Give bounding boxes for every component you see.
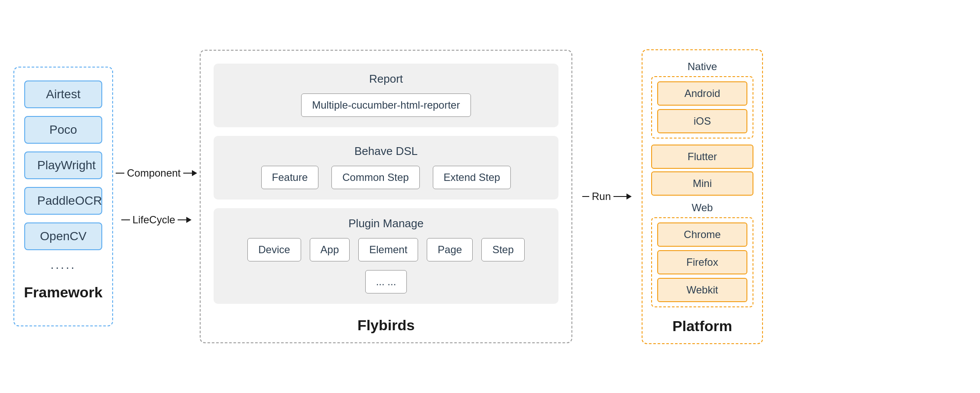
report-title: Report <box>224 72 548 86</box>
plugin-step: Step <box>481 238 524 261</box>
behave-dsl-panel: Behave DSL Feature Common Step Extend St… <box>214 136 558 200</box>
flybirds-container: Report Multiple-cucumber-html-reporter B… <box>200 50 572 343</box>
framework-label: Framework <box>24 284 102 301</box>
dash-left-run <box>582 196 589 197</box>
framework-item-poco: Poco <box>24 116 102 144</box>
platform-container: Native Android iOS Flutter Mini Web Chro… <box>642 49 763 344</box>
native-group-label: Native <box>651 61 753 73</box>
behave-dsl-title: Behave DSL <box>224 145 548 158</box>
behave-common-step: Common Step <box>331 166 419 189</box>
component-label: Component <box>127 167 181 179</box>
platform-webkit: Webkit <box>657 278 747 302</box>
platform-flutter: Flutter <box>651 145 753 169</box>
dash-left-lifecycle <box>121 219 130 220</box>
behave-feature: Feature <box>261 166 319 189</box>
plugin-element: Element <box>358 238 418 261</box>
framework-container: Airtest Poco PlayWright PaddleOCR OpenCV… <box>13 67 113 326</box>
behave-extend-step: Extend Step <box>433 166 511 189</box>
web-group: Chrome Firefox Webkit <box>651 217 753 307</box>
run-arrow: Run <box>572 190 642 203</box>
plugin-device: Device <box>247 238 301 261</box>
platform-firefox: Firefox <box>657 250 747 274</box>
framework-item-playwright: PlayWright <box>24 151 102 179</box>
web-group-label: Web <box>651 202 753 214</box>
plugin-page: Page <box>427 238 473 261</box>
report-inner-box: Multiple-cucumber-html-reporter <box>301 93 471 117</box>
lifecycle-arrow: LifeCycle <box>121 214 192 226</box>
native-group: Android iOS <box>651 76 753 139</box>
behave-dsl-row: Feature Common Step Extend Step <box>224 166 548 189</box>
platform-ios: iOS <box>657 109 747 133</box>
framework-item-paddleocr: PaddleOCR <box>24 187 102 215</box>
plugin-more: ... ... <box>365 270 407 293</box>
plugin-app: App <box>310 238 350 261</box>
framework-item-airtest: Airtest <box>24 81 102 108</box>
framework-dots: ..... <box>51 258 76 272</box>
platform-android: Android <box>657 81 747 106</box>
platform-mini: Mini <box>651 171 753 196</box>
plugin-manage-title: Plugin Manage <box>224 217 548 230</box>
architecture-diagram: Airtest Poco PlayWright PaddleOCR OpenCV… <box>13 15 967 378</box>
run-label: Run <box>592 190 611 203</box>
lifecycle-label: LifeCycle <box>133 214 175 226</box>
report-panel: Report Multiple-cucumber-html-reporter <box>214 64 558 127</box>
platform-chrome: Chrome <box>657 222 747 247</box>
platform-label: Platform <box>651 318 753 335</box>
component-arrow: Component <box>116 167 197 179</box>
framework-item-opencv: OpenCV <box>24 222 102 250</box>
plugin-manage-panel: Plugin Manage Device App Element Page St… <box>214 208 558 304</box>
flybirds-label: Flybirds <box>214 317 558 334</box>
plugin-manage-row: Device App Element Page Step ... ... <box>224 238 548 293</box>
dash-left-component <box>116 173 124 174</box>
left-arrows: Component LifeCycle <box>113 88 200 305</box>
